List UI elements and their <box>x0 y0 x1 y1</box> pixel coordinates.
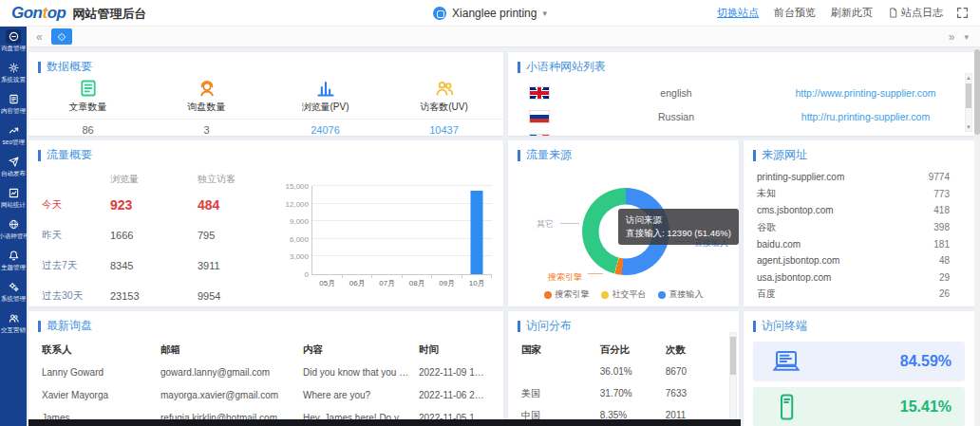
slice-label-search: 搜索引擎 <box>548 271 582 284</box>
sidebar-item[interactable]: 网站统计 <box>0 183 27 214</box>
sidebar-item-label: seo管理 <box>2 139 24 147</box>
header-action-link[interactable]: 切换站点 <box>717 6 759 20</box>
panel-title: 访问分布 <box>508 311 739 338</box>
stats-row: 文章数量 询盘数量 浏览量(PV) 访客数(UV) <box>28 79 503 114</box>
sidebar-item-icon <box>6 155 21 169</box>
legend-item[interactable]: 直接输入 <box>658 288 704 301</box>
tab-dashboard[interactable] <box>51 28 72 45</box>
source-count: 9774 <box>929 172 950 182</box>
sidebar-nav: 询盘管理 系统设置 内容管理 seo管理 自动发布 网站统计 小语种管理 <box>0 27 27 426</box>
source-name: agent.jsbontop.com <box>757 255 839 266</box>
legend-item[interactable]: 搜索引擎 <box>544 288 590 301</box>
country-percent: 36.01% <box>600 366 666 377</box>
site-url-link[interactable]: http://www.printing-supplier.com <box>757 87 974 99</box>
sidebar-item[interactable]: 自动发布 <box>0 152 27 183</box>
sidebar-item-icon <box>6 186 21 200</box>
fullscreen-icon[interactable] <box>956 7 969 19</box>
panel-title: 流量概要 <box>28 140 503 167</box>
stat-icon <box>434 79 455 98</box>
distribution-table: 国家 百分比 次数 36.01% 8670 美国 31.70% 7633 <box>508 338 739 426</box>
traffic-row: 今天 923 484 <box>42 190 279 220</box>
inquiry-email: goward.lanny@gmail.com <box>160 367 303 378</box>
source-url-row: 未知 773 <box>744 186 974 203</box>
col-pv: 浏览量 <box>110 173 198 186</box>
site-name: Xianglee printing <box>452 7 537 20</box>
collapse-tabs-icon[interactable]: « <box>36 30 43 44</box>
sidebar-item-icon <box>6 280 21 294</box>
tab-options-caret-icon[interactable]: ▾ <box>964 32 969 42</box>
panel-title: 来源网址 <box>744 140 974 167</box>
country-name: 美国 <box>521 387 600 400</box>
country-flag-icon <box>529 86 550 100</box>
inquiry-content: Where are you? <box>303 390 419 400</box>
site-url-link[interactable]: http://ru.printing-supplier.com <box>757 111 974 122</box>
sidebar-item-label: 询盘管理 <box>1 45 26 53</box>
chart-tooltip: 访问来源 直接输入: 12390 (51.46%) <box>618 209 739 245</box>
traffic-table-body: 今天 923 484 昨天 1666 795 过去7天 8345 3911 <box>42 190 279 306</box>
language-name: French <box>595 135 757 137</box>
sidebar-item-icon <box>6 92 21 106</box>
legend-dot-icon <box>601 291 609 299</box>
site-url-link[interactable]: http://fr.printing-supplier.com <box>757 135 974 137</box>
uv-value: 795 <box>198 230 279 241</box>
panel-scrollbar[interactable] <box>729 332 737 422</box>
source-url-row: 百度 26 <box>744 286 974 303</box>
stat-icon <box>78 79 99 98</box>
sidebar-item-label: 系统设置 <box>1 76 26 84</box>
stat-label: 浏览量(PV) <box>302 101 349 114</box>
sidebar-item-label: 主题管理 <box>1 264 26 272</box>
panel-traffic-source: 流量来源 其它 直接输入 搜索引擎 访问来源 直接输入: 12390 (51.4… <box>508 140 739 306</box>
monthly-pv-bar-chart: 03,0006,0009,00012,00015,00005月06月07月08月… <box>277 186 494 292</box>
traffic-row: 过去30天 23153 9954 <box>42 281 279 306</box>
sidebar-item[interactable]: 小语种管理 <box>0 214 27 246</box>
header-action-link[interactable]: 站点日志 <box>888 6 943 20</box>
legend-item[interactable]: 社交平台 <box>601 288 647 301</box>
inquiry-row: Lanny Goward goward.lanny@gmail.com Did … <box>42 361 490 383</box>
inquiry-row: Xavier Mayorga mayorga.xavier@gmail.com … <box>42 383 490 406</box>
source-count: 398 <box>933 222 950 232</box>
sidebar-item[interactable]: 主题管理 <box>0 246 27 277</box>
source-count: 29 <box>939 272 950 283</box>
traffic-row: 昨天 1666 795 <box>42 220 279 250</box>
sidebar-item-label: 自动发布 <box>1 170 26 178</box>
stats-values-row: 86 3 24076 10437 <box>28 119 503 136</box>
tooltip-value: 直接输入: 12390 (51.46%) <box>626 227 731 240</box>
header-actions: 切换站点 前台预览 刷新此页 站点日志 <box>717 6 943 20</box>
uv-value: 3911 <box>198 260 279 271</box>
panel-title: 访问终端 <box>744 311 974 338</box>
legend-dot-icon <box>658 291 666 299</box>
panel-title: 最新询盘 <box>28 311 503 338</box>
col-uv: 独立访客 <box>198 173 279 186</box>
pv-value: 8345 <box>110 260 198 271</box>
source-count: 181 <box>933 239 950 250</box>
source-name: baidu.com <box>757 239 801 250</box>
country-flag-icon <box>529 134 550 137</box>
panel-scrollbar[interactable]: ▲▼ <box>965 73 972 132</box>
distribution-table-body: 36.01% 8670 美国 31.70% 7633 中国 8.35% 2011 <box>521 361 718 426</box>
stat-value: 86 <box>28 120 147 136</box>
sidebar-item[interactable]: seo管理 <box>0 120 27 152</box>
header-action-link[interactable]: 刷新此页 <box>831 6 873 20</box>
language-name: Russian <box>595 111 757 122</box>
inquiry-content: Did you know that you could ... <box>303 367 419 378</box>
sidebar-item[interactable]: 系统设置 <box>0 58 27 89</box>
sidebar-item-icon <box>6 249 21 263</box>
inquiry-contact: Xavier Mayorga <box>42 390 160 400</box>
sidebar-item[interactable]: 交互营销 <box>0 308 27 340</box>
page-scrollbar[interactable] <box>974 47 980 426</box>
legend-label: 社交平台 <box>612 288 647 301</box>
sidebar-item-icon <box>6 61 21 75</box>
distribution-row: 美国 31.70% 7633 <box>521 382 718 404</box>
source-count: 26 <box>939 288 950 299</box>
stat-label: 询盘数量 <box>188 101 226 114</box>
stat-label: 文章数量 <box>69 101 107 114</box>
sidebar-item[interactable]: 系统管理 <box>0 277 27 308</box>
more-tabs-icon[interactable]: » <box>949 30 955 44</box>
sidebar-item[interactable]: 内容管理 <box>0 89 27 120</box>
tooltip-title: 访问来源 <box>626 213 731 227</box>
device-icon <box>770 347 802 376</box>
header-action-link[interactable]: 前台预览 <box>774 6 816 20</box>
sidebar-item[interactable]: 询盘管理 <box>0 27 27 58</box>
site-selector-dropdown[interactable]: Xianglee printing ▾ <box>433 7 547 20</box>
sidebar-item-icon <box>6 311 21 325</box>
